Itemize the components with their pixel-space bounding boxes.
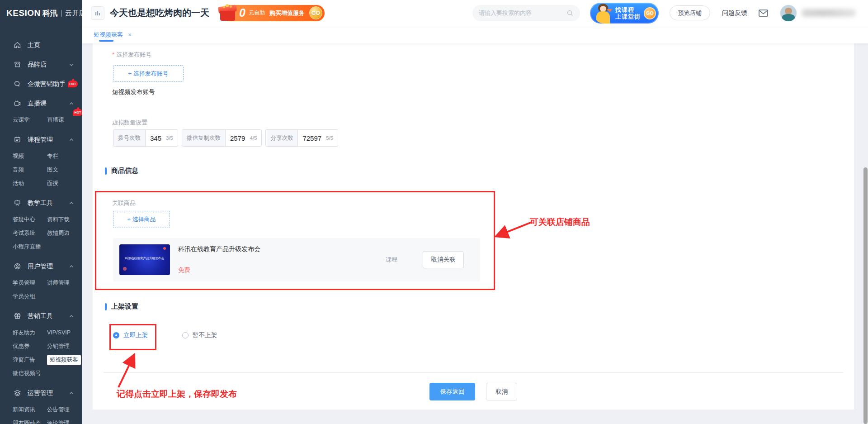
related-product-label: 关联商品 [112,199,136,207]
sidebar-subitem[interactable]: 小程序直播 [13,240,47,253]
sidebar-subitem[interactable]: 资料下载 [47,213,82,226]
sidebar-subitem[interactable]: 分销管理 [47,339,82,353]
tab-active-underline [99,40,113,42]
save-return-button[interactable]: 保存返回 [429,383,475,400]
sidebar-item-label: 运营管理 [28,389,53,397]
sidebar-subitem[interactable]: 公告管理 [47,403,82,416]
sidebar-item-label: 主页 [28,41,40,49]
virtual-quantity-label: 虚拟数量设置 [112,119,147,127]
sidebar-subitem[interactable]: VIP/SVIP [47,326,82,339]
dial-count-group[interactable]: 拨号次数 345 3/5 [113,129,178,147]
tab-bar: 短视频获客 × [82,26,868,43]
dial-count-counter: 3/5 [166,130,178,146]
mail-icon[interactable] [758,9,769,18]
logo-product: 云开店 [65,9,82,18]
share-count-input[interactable]: 72597 [298,130,326,146]
section-accent-bar [105,303,107,310]
sidebar-item-operation-management[interactable]: 运营管理 [0,383,82,403]
required-asterisk: * [112,51,114,58]
wechat-copy-count-input[interactable]: 2579 [226,130,250,146]
logo-separator: | [61,9,62,17]
value-added-service-banner[interactable]: 0 元自助 购买增值服务 GO [221,5,325,21]
sidebar-subitem[interactable]: 学员分组 [13,290,47,303]
sidebar-subitem[interactable]: 新闻资讯 [13,403,47,416]
course-icon [14,136,21,143]
live-icon [14,100,21,107]
sidebar-subitem[interactable]: 好友助力 [13,326,47,339]
tab-short-video-lead[interactable]: 短视频获客 × [93,26,132,43]
sidebar-subitem[interactable]: 教辅周边 [47,226,82,240]
sidebar-subitem[interactable]: 音频 [13,163,47,176]
sidebar-subitem[interactable]: 答疑中心 [13,213,47,226]
sidebar-subitem[interactable]: 弹窗广告 [13,353,47,367]
dial-count-input[interactable]: 345 [146,130,166,146]
course-go-button[interactable]: GO [644,7,656,19]
users-icon [14,262,21,270]
promo-go-button[interactable]: GO [309,6,322,19]
sidebar-item-label: 营销工具 [28,312,53,320]
wechat-copy-count-group[interactable]: 微信复制次数 2579 4/5 [182,129,262,147]
radio-option-immediate[interactable]: 立即上架 [113,331,148,339]
sidebar-subitem[interactable]: 学员管理 [13,276,47,290]
radio-option-later[interactable]: 暂不上架 [182,331,217,339]
sidebar-item-course-management[interactable]: 课程管理 [0,130,82,149]
cancel-button[interactable]: 取消 [486,383,517,400]
radio-unselected-icon[interactable] [182,332,189,338]
product-name: 科汛在线教育产品升级发布会 [178,245,260,253]
sidebar-item-wecom-assistant[interactable]: 企微营销助手 HOT [0,74,82,94]
user-avatar[interactable] [780,5,797,21]
sidebar-subitem[interactable]: 微信视频号 [13,367,47,380]
select-publish-account-button[interactable]: + 选择发布账号 [113,65,184,82]
sidebar-subitem[interactable]: 讲师管理 [47,276,82,290]
form-card: *选择发布账号 + 选择发布账号 短视频发布账号 虚拟数量设置 拨号次数 345… [93,43,854,410]
short-video-account-label: 短视频发布账号 [112,88,155,96]
sidebar-subitem[interactable]: 活动 [13,176,47,190]
radio-selected-icon[interactable] [113,332,119,338]
share-count-group[interactable]: 分享次数 72597 5/5 [265,129,338,147]
sidebar-item-live-course[interactable]: 直播课 [0,94,82,113]
sidebar-subitem[interactable]: 视频 [13,149,47,163]
global-search[interactable] [472,5,580,21]
select-product-button[interactable]: + 选择商品 [113,211,170,228]
sidebar-item-brand-store[interactable]: 品牌店 [0,55,82,74]
vertical-scrollbar-thumb[interactable] [863,167,868,424]
search-input[interactable] [479,10,566,16]
promo-zero: 0 [239,6,245,19]
chat-icon [14,80,21,88]
sidebar-subitem[interactable]: 直播课HOT [47,113,82,127]
find-course-banner[interactable]: 找课程 上课堂街 GO [590,3,659,24]
preview-store-button[interactable]: 预览店铺 [670,5,710,20]
sidebar-item-marketing-tools[interactable]: 营销工具 [0,306,82,326]
feedback-link[interactable]: 问题反馈 [722,9,747,17]
sidebar-subitem[interactable]: 考试系统 [13,226,47,240]
share-count-label: 分享次数 [266,130,298,146]
user-name-redacted [802,9,855,17]
chevron-up-icon [69,201,74,205]
logo[interactable]: KESION 科汛 | 云开店 [0,0,82,26]
shelf-settings-section-header: 上架设置 [105,302,138,311]
sidebar-item-teaching-tools[interactable]: 教学工具 [0,193,82,213]
course-management-submenu: 视频 专栏 音频 图文 活动 面授 [0,149,82,190]
sidebar-subitem[interactable]: 朋友圈动态 [13,416,47,424]
sidebar-item-user-management[interactable]: 用户管理 [0,257,82,276]
sidebar-subitem[interactable]: 云课堂 [13,113,47,127]
sidebar-item-home[interactable]: 主页 [0,35,82,55]
logo-brand-cn: 科汛 [42,8,58,19]
related-product-row: 科汛在线教育产品升级发布会 科汛在线教育产品升级发布会 免费 课程 取消关联 [113,238,480,281]
logo-brand: KESION [6,8,41,18]
sidebar-subitem[interactable]: 专栏 [47,149,82,163]
unlink-product-button[interactable]: 取消关联 [423,251,464,268]
sidebar-subitem[interactable]: 图文 [47,163,82,176]
sidebar-subitem[interactable]: 优惠券 [13,339,47,353]
publish-account-label: *选择发布账号 [112,51,151,59]
sidebar-subitem[interactable]: 面授 [47,176,82,190]
marketing-tools-submenu: 好友助力 VIP/SVIP 优惠券 分销管理 弹窗广告 短视频获客 微信视频号 [0,326,82,380]
layers-icon [14,389,21,397]
sidebar-subitem-short-video-active[interactable]: 短视频获客 [47,353,82,367]
sidebar-item-label: 品牌店 [28,61,47,69]
sidebar-subitem[interactable]: 评论管理 [47,416,82,424]
dial-count-label: 拨号次数 [113,130,146,146]
tab-close-icon[interactable]: × [128,32,132,38]
store-title: 今天也是想吃烤肉的一天 [110,7,209,19]
gift-box-icon [217,2,238,23]
